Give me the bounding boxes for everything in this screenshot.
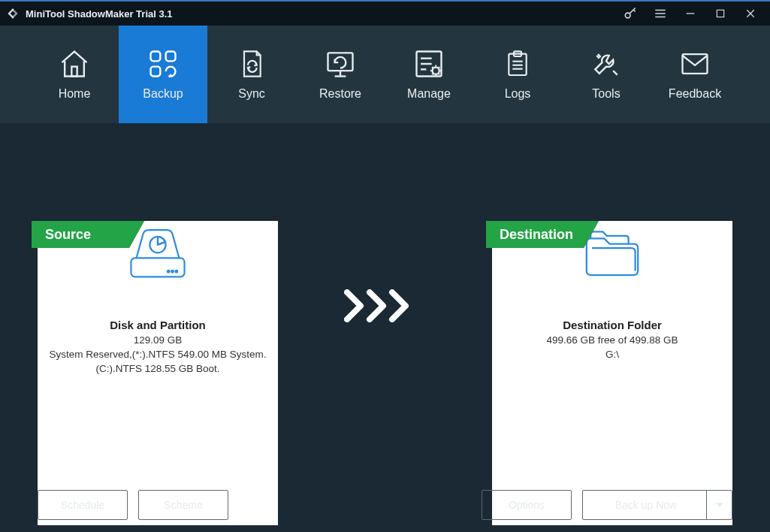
tab-label: Sync <box>238 87 265 101</box>
app-logo-icon <box>5 5 21 22</box>
tab-home[interactable]: Home <box>30 26 119 123</box>
svg-point-0 <box>625 13 630 18</box>
source-title: Disk and Partition <box>38 319 278 331</box>
tab-label: Restore <box>319 87 361 101</box>
tab-restore[interactable]: Restore <box>296 26 385 123</box>
tab-label: Tools <box>592 87 620 101</box>
svg-rect-25 <box>683 54 708 74</box>
svg-rect-11 <box>151 67 161 77</box>
svg-point-29 <box>168 271 170 273</box>
tab-backup[interactable]: Backup <box>119 26 207 123</box>
svg-line-32 <box>158 242 165 245</box>
source-detail-1: System Reserved,(*:).NTFS 549.00 MB Syst… <box>38 349 278 360</box>
svg-rect-5 <box>717 10 723 17</box>
tab-label: Manage <box>407 87 451 101</box>
backup-icon <box>146 48 180 80</box>
app-title: MiniTool ShadowMaker Trial 3.1 <box>26 8 173 20</box>
backup-now-button[interactable]: Back up Now <box>582 490 732 520</box>
restore-icon <box>323 48 358 80</box>
dropdown-caret-icon[interactable] <box>706 491 732 519</box>
source-size: 129.09 GB <box>38 334 278 346</box>
source-detail-2: (C:).NTFS 128.55 GB Boot. <box>38 363 278 374</box>
svg-point-19 <box>433 68 439 74</box>
minimize-button[interactable] <box>675 2 705 26</box>
nav-tabs: Home Backup Sync Restore <box>0 26 770 123</box>
tab-label: Backup <box>143 87 183 101</box>
footer-bar: Schedule Scheme Options Back up Now <box>0 478 770 532</box>
options-button[interactable]: Options <box>482 490 572 520</box>
arrow-icon <box>278 153 492 458</box>
svg-marker-33 <box>716 503 723 507</box>
destination-path: G:\ <box>492 349 732 360</box>
button-label: Schedule <box>61 499 104 511</box>
home-icon <box>58 48 91 80</box>
svg-rect-26 <box>131 258 184 277</box>
tab-feedback[interactable]: Feedback <box>651 26 739 123</box>
svg-rect-10 <box>166 52 176 62</box>
tools-icon <box>590 48 623 80</box>
sync-icon <box>237 48 267 80</box>
svg-point-28 <box>171 271 174 273</box>
button-label: Back up Now <box>615 499 677 511</box>
backup-content: Source Disk and Partition 129.09 GB Syst… <box>0 123 770 478</box>
tab-logs[interactable]: Logs <box>473 26 562 123</box>
scheme-button[interactable]: Scheme <box>138 490 228 520</box>
tab-tools[interactable]: Tools <box>562 26 651 123</box>
source-header: Source <box>32 221 144 248</box>
button-label: Scheme <box>164 499 202 511</box>
tab-manage[interactable]: Manage <box>385 26 473 123</box>
button-label: Options <box>509 499 545 511</box>
title-bar: MiniTool ShadowMaker Trial 3.1 <box>0 2 770 26</box>
tab-label: Logs <box>505 87 531 101</box>
tab-sync[interactable]: Sync <box>207 26 296 123</box>
feedback-icon <box>678 48 712 80</box>
svg-rect-8 <box>71 67 77 77</box>
maximize-button[interactable] <box>705 2 735 26</box>
destination-title: Destination Folder <box>492 319 732 331</box>
key-icon[interactable] <box>615 2 645 26</box>
schedule-button[interactable]: Schedule <box>38 490 128 520</box>
tab-label: Feedback <box>669 87 721 101</box>
close-button[interactable] <box>735 2 765 26</box>
tab-label: Home <box>59 87 91 101</box>
svg-point-27 <box>176 271 178 273</box>
destination-size: 499.66 GB free of 499.88 GB <box>492 334 732 346</box>
svg-rect-9 <box>151 52 161 62</box>
logs-icon <box>503 48 533 80</box>
menu-icon[interactable] <box>645 2 675 26</box>
destination-header: Destination <box>486 221 599 248</box>
manage-icon <box>412 48 445 80</box>
